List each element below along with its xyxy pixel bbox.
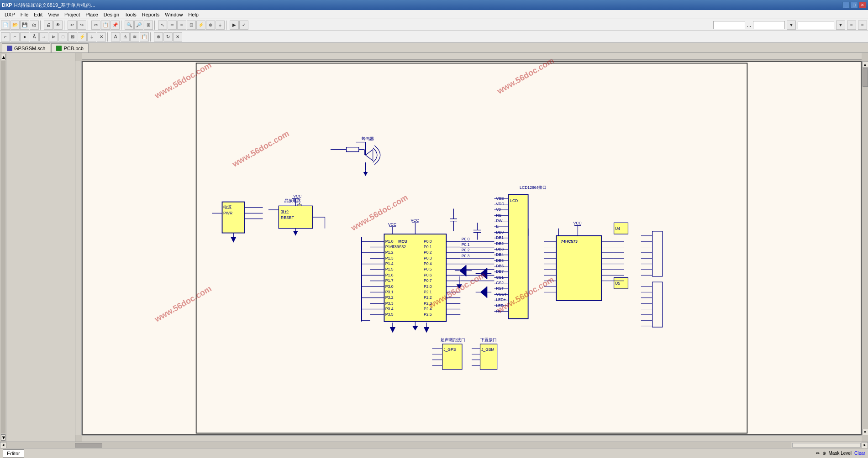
layer-dropdown[interactable]: ▼ (787, 21, 796, 30)
net-button[interactable]: ⊕ (206, 21, 215, 30)
menu-file[interactable]: File (18, 11, 32, 18)
left-scroll-up[interactable]: ▲ (1, 54, 5, 60)
update-pcb[interactable]: ↻ (163, 32, 173, 42)
svg-text:P3.3: P3.3 (385, 301, 394, 306)
zoom-in-button[interactable]: 🔍 (125, 21, 134, 30)
bom-button[interactable]: 📋 (140, 32, 149, 42)
main-area: ▲ ▼ // generated inline www.56doc.com ww… (0, 53, 868, 442)
undo-button[interactable]: ↩ (68, 21, 77, 30)
power-button[interactable]: ⚡ (196, 21, 205, 30)
save-button[interactable]: 💾 (20, 21, 29, 30)
toolbar-btn-b[interactable]: ≡ (858, 21, 867, 30)
cut-button[interactable]: ✂ (91, 21, 100, 30)
menu-project[interactable]: Project (62, 11, 83, 18)
close-button[interactable]: ✕ (859, 2, 866, 8)
erc-button[interactable]: ⚠ (121, 32, 130, 42)
minimize-button[interactable]: _ (842, 2, 850, 8)
menu-help[interactable]: Help (185, 11, 201, 18)
compile-button[interactable]: ▶ (230, 21, 239, 30)
close-button2[interactable]: ✕ (173, 32, 182, 42)
select-button[interactable]: ↖ (158, 21, 167, 30)
scroll-down-button[interactable]: ▼ (862, 429, 868, 435)
place-bus[interactable]: ⌐ (11, 32, 20, 42)
print-preview-button[interactable]: 👁 (53, 21, 63, 30)
scroll-up-button[interactable]: ▲ (862, 61, 868, 68)
tab-gpsgsm[interactable]: GPSGSM.sch (2, 43, 50, 52)
place-sheet-entry[interactable]: ⊳ (49, 32, 58, 42)
snap-dropdown[interactable]: ▼ (836, 21, 845, 30)
menu-window[interactable]: Window (162, 11, 185, 18)
hscroll-thumb[interactable] (75, 443, 102, 448)
schematic-diagram[interactable]: 蜂鸣器 晶振电路 (83, 62, 861, 434)
new-button[interactable]: 📄 (1, 21, 10, 30)
svg-text:RST: RST (496, 286, 504, 291)
hscroll-left-button[interactable]: ◄ (0, 442, 6, 448)
schematic-sheet[interactable]: www.56doc.com www.56doc.com www.56doc.co… (82, 61, 862, 435)
place-power2[interactable]: ⚡ (78, 32, 87, 42)
place-wire[interactable]: ⌐ (1, 32, 10, 42)
check-button[interactable]: ✓ (239, 21, 248, 30)
annotate-button[interactable]: A (111, 32, 120, 42)
canvas-area[interactable]: // generated inline www.56doc.com www.56… (75, 53, 868, 442)
hscroll-right-button[interactable]: ► (862, 442, 868, 448)
menu-reports[interactable]: Reports (139, 11, 163, 18)
toolbar-btn-a[interactable]: ≡ (847, 21, 856, 30)
zoom-out-button[interactable]: 🔎 (134, 21, 143, 30)
svg-text:DB3: DB3 (496, 247, 504, 251)
gnd-button[interactable]: ⏚ (216, 21, 225, 30)
svg-text:下置接口: 下置接口 (480, 338, 497, 342)
clear-button[interactable]: Clear (854, 451, 865, 456)
menu-design[interactable]: Design (101, 11, 122, 18)
scroll-thumb[interactable] (863, 68, 868, 87)
svg-text:P0.3: P0.3 (424, 256, 432, 260)
sep8 (107, 32, 110, 42)
place-label[interactable]: Ā (30, 32, 39, 42)
menu-place[interactable]: Place (83, 11, 101, 18)
place-component2[interactable]: ⊠ (68, 32, 77, 42)
wire-button[interactable]: ━ (168, 21, 177, 30)
print-button[interactable]: 🖨 (44, 21, 53, 30)
scroll-track (862, 68, 868, 429)
menu-edit[interactable]: Edit (31, 11, 45, 18)
maximize-button[interactable]: □ (851, 2, 858, 8)
left-scroll-down[interactable]: ▼ (1, 434, 5, 441)
scroll-position-indicator (792, 443, 861, 448)
cross-probe[interactable]: ⊕ (154, 32, 163, 42)
bus-button[interactable]: ≡ (177, 21, 186, 30)
place-no-connect[interactable]: ✕ (97, 32, 106, 42)
netlist-button[interactable]: ≋ (130, 32, 139, 42)
svg-rect-147 (556, 236, 601, 301)
svg-text:P0.5: P0.5 (424, 267, 432, 271)
place-port[interactable]: → (39, 32, 48, 42)
fit-button[interactable]: ⊞ (144, 21, 153, 30)
layer-input[interactable] (753, 21, 785, 29)
svg-text:超声测距接口: 超声测距接口 (441, 338, 465, 342)
paste-button[interactable]: 📌 (110, 21, 120, 30)
menu-dxp[interactable]: DXP (2, 11, 18, 18)
zoom-separator: ... (747, 22, 751, 28)
svg-text:P2.2: P2.2 (424, 295, 432, 300)
svg-text:蜂鸣器: 蜂鸣器 (362, 136, 374, 141)
menu-tools[interactable]: Tools (122, 11, 139, 18)
component-button[interactable]: ⊡ (187, 21, 196, 30)
place-sheet[interactable]: □ (58, 32, 68, 42)
copy-button[interactable]: 📋 (101, 21, 110, 30)
zoom-input[interactable] (713, 21, 745, 29)
open-button[interactable]: 📂 (11, 21, 20, 30)
svg-text:VCC: VCC (573, 221, 582, 225)
place-junction[interactable]: ● (20, 32, 29, 42)
menu-view[interactable]: View (45, 11, 62, 18)
snap-input[interactable] (798, 21, 834, 29)
left-scroll-track (1, 61, 5, 433)
title-bar-controls[interactable]: _ □ ✕ (842, 2, 866, 8)
svg-text:电源: 电源 (223, 205, 231, 209)
place-gnd2[interactable]: ⏚ (87, 32, 96, 42)
right-scrollbar[interactable]: ▲ ▼ (862, 61, 868, 435)
bottom-scrollbar[interactable]: ◄ ► (0, 442, 868, 448)
redo-button[interactable]: ↪ (77, 21, 86, 30)
svg-rect-195 (652, 282, 663, 327)
editor-tab[interactable]: Editor (3, 449, 24, 458)
save-all-button[interactable]: 🗂 (30, 21, 39, 30)
tab-pcb[interactable]: PCB.pcb (51, 43, 88, 52)
sep6 (226, 21, 228, 30)
